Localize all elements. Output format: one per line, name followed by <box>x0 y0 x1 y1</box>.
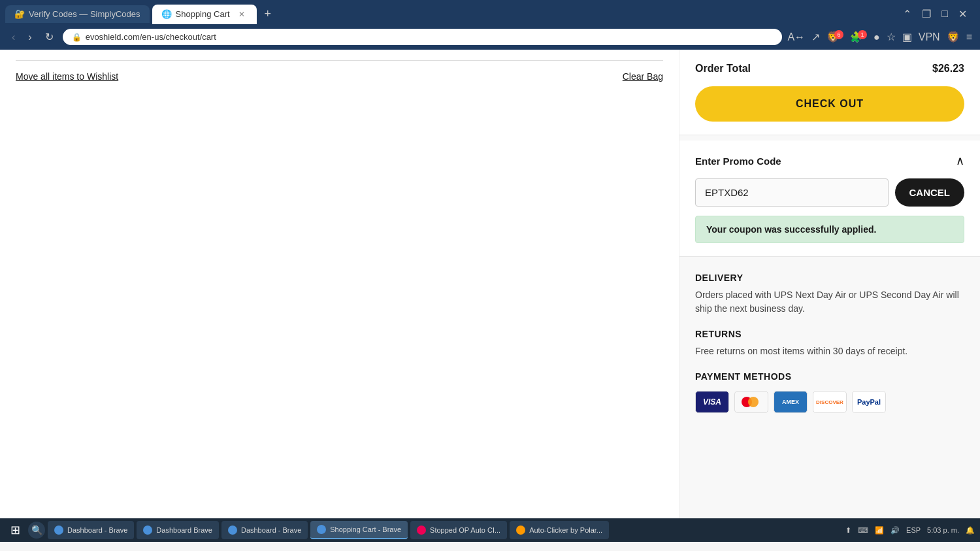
maximize-button[interactable]: □ <box>941 8 948 20</box>
system-tray: ⬆ ⌨ 📶 🔊 ESP 5:03 p. m. 🔔 <box>845 526 975 535</box>
brave-shields-icon[interactable]: 🦁6 <box>826 31 843 43</box>
checkout-button[interactable]: CHECK OUT <box>695 86 964 122</box>
returns-text: Free returns on most items within 30 day… <box>695 344 964 358</box>
cart-actions: Move all items to Wishlist Clear Bag <box>16 71 663 82</box>
tab-label-cart: Shopping Cart <box>176 9 230 19</box>
notification-icon[interactable]: ⬆ <box>845 526 851 535</box>
promo-title: Enter Promo Code <box>695 156 781 167</box>
back-button[interactable]: ‹ <box>8 29 19 46</box>
right-panel: Order Total $26.23 CHECK OUT Enter Promo… <box>679 50 980 518</box>
window-controls: ⌃ ❐ □ ✕ <box>895 4 975 24</box>
amex-icon: AMEX <box>774 391 808 413</box>
add-tab-button[interactable]: + <box>259 5 277 24</box>
order-total-value: $26.23 <box>932 63 964 75</box>
taskbar-label-2: Dashboard Brave <box>156 526 212 534</box>
taskbar-label-5: Stopped OP Auto CI... <box>430 526 500 534</box>
cancel-promo-button[interactable]: CANCEL <box>895 178 965 207</box>
returns-block: RETURNS Free returns on most items withi… <box>695 329 964 358</box>
clear-bag-link[interactable]: Clear Bag <box>623 71 663 82</box>
delivery-block: DELIVERY Orders placed with UPS Next Day… <box>695 273 964 316</box>
payment-section: PAYMENT METHODS VISA AMEX DISCOVER PayPa… <box>679 371 980 429</box>
menu-icon[interactable]: ≡ <box>966 31 972 43</box>
taskbar-label-3: Dashboard - Brave <box>241 526 301 534</box>
vpn-icon[interactable]: VPN <box>919 31 940 43</box>
minimize-button[interactable]: ⌃ <box>903 8 911 20</box>
translate-icon[interactable]: A↔ <box>787 31 805 43</box>
tile-button[interactable]: ❐ <box>922 8 931 20</box>
returns-title: RETURNS <box>695 329 964 339</box>
forward-button[interactable]: › <box>24 29 35 46</box>
order-total-label: Order Total <box>695 63 751 75</box>
paypal-icon: PayPal <box>852 391 886 413</box>
share-icon[interactable]: ↗ <box>811 31 820 43</box>
address-bar[interactable]: 🔒 evoshield.com/en-us/checkout/cart <box>63 29 783 45</box>
close-tab-icon[interactable]: ✕ <box>236 8 248 20</box>
wallet-icon[interactable]: ● <box>874 31 880 43</box>
tab-icon-cart: 🌐 <box>161 9 172 19</box>
visa-icon: VISA <box>695 391 729 413</box>
tab-verify-codes[interactable]: 🔐 Verify Codes — SimplyCodes <box>5 5 150 23</box>
divider <box>16 60 663 61</box>
payment-title: PAYMENT METHODS <box>695 371 964 382</box>
taskbar-item-1[interactable]: Dashboard - Brave <box>48 521 134 539</box>
left-panel: Move all items to Wishlist Clear Bag <box>0 50 679 518</box>
page-content: Move all items to Wishlist Clear Bag Ord… <box>0 50 980 518</box>
tab-bar: 🔐 Verify Codes — SimplyCodes 🌐 Shopping … <box>0 0 980 24</box>
delivery-text: Orders placed with UPS Next Day Air or U… <box>695 288 964 316</box>
taskbar-item-5[interactable]: Stopped OP Auto CI... <box>410 521 507 539</box>
taskbar-label-6: Auto-Clicker by Polar... <box>529 526 602 534</box>
promo-code-input[interactable] <box>695 178 889 207</box>
payment-icons: VISA AMEX DISCOVER PayPal <box>695 391 964 413</box>
taskbar-item-3[interactable]: Dashboard - Brave <box>221 521 308 539</box>
tab-label-verify: Verify Codes — SimplyCodes <box>29 9 140 19</box>
refresh-button[interactable]: ↻ <box>41 28 57 46</box>
promo-input-row: CANCEL <box>695 178 964 207</box>
mastercard-icon <box>734 391 768 413</box>
sound-icon[interactable]: 🔊 <box>890 526 900 535</box>
extensions-icon[interactable]: 🧩1 <box>850 31 867 43</box>
close-button[interactable]: ✕ <box>958 8 967 20</box>
tab-shopping-cart[interactable]: 🌐 Shopping Cart ✕ <box>152 5 257 24</box>
taskbar-search-icon[interactable]: 🔍 <box>28 522 45 539</box>
time-label: 5:03 p. m. <box>927 526 959 534</box>
order-summary-box: Order Total $26.23 CHECK OUT <box>679 50 980 135</box>
keyboard-icon[interactable]: ⌨ <box>858 526 868 535</box>
brave-icon[interactable]: 🦁 <box>947 31 960 43</box>
tab-icon-verify: 🔐 <box>14 9 25 19</box>
address-bar-row: ‹ › ↻ 🔒 evoshield.com/en-us/checkout/car… <box>0 24 980 50</box>
wifi-icon[interactable]: 📶 <box>875 526 884 535</box>
info-section: DELIVERY Orders placed with UPS Next Day… <box>679 257 980 358</box>
order-total-row: Order Total $26.23 <box>695 63 964 75</box>
notification-bell[interactable]: 🔔 <box>966 526 975 535</box>
taskbar: ⊞ 🔍 Dashboard - Brave Dashboard Brave Da… <box>0 518 980 542</box>
start-button[interactable]: ⊞ <box>5 520 25 540</box>
delivery-title: DELIVERY <box>695 273 964 283</box>
discover-icon: DISCOVER <box>813 391 847 413</box>
bookmark-icon[interactable]: ☆ <box>887 31 896 43</box>
taskbar-item-6[interactable]: Auto-Clicker by Polar... <box>510 521 609 539</box>
taskbar-label-1: Dashboard - Brave <box>67 526 127 534</box>
taskbar-label-4: Shopping Cart - Brave <box>330 526 401 533</box>
url-text: evoshield.com/en-us/checkout/cart <box>86 32 216 42</box>
lang-label: ESP <box>906 526 921 534</box>
lock-icon: 🔒 <box>72 33 82 42</box>
toolbar-icons: A↔ ↗ 🦁6 🧩1 ● ☆ ▣ VPN 🦁 ≡ <box>787 31 972 43</box>
browser-chrome: 🔐 Verify Codes — SimplyCodes 🌐 Shopping … <box>0 0 980 50</box>
coupon-success-message: Your coupon was successfully applied. <box>695 216 964 243</box>
taskbar-item-4[interactable]: Shopping Cart - Brave <box>310 521 408 539</box>
promo-box: Enter Promo Code ∧ CANCEL Your coupon wa… <box>679 141 980 257</box>
promo-header: Enter Promo Code ∧ <box>695 154 964 168</box>
promo-chevron-icon[interactable]: ∧ <box>956 154 964 168</box>
sidebar-toggle[interactable]: ▣ <box>902 31 912 43</box>
taskbar-item-2[interactable]: Dashboard Brave <box>137 521 219 539</box>
wishlist-link[interactable]: Move all items to Wishlist <box>16 71 118 82</box>
